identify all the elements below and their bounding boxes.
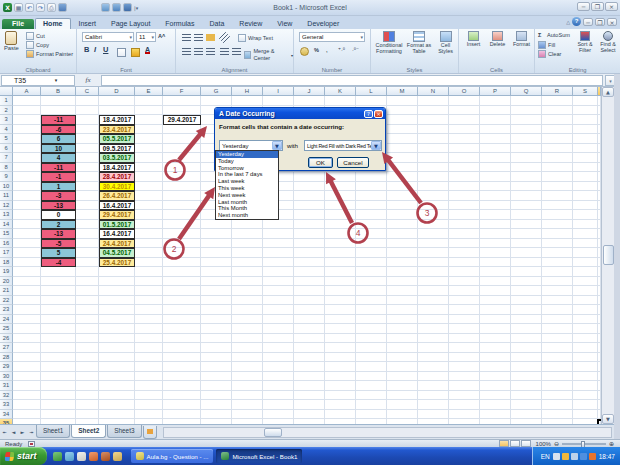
dropdown-item-today[interactable]: Today xyxy=(216,158,278,165)
cell-K19[interactable] xyxy=(325,267,356,277)
page-layout-view-icon[interactable] xyxy=(510,440,520,447)
cell-M27[interactable] xyxy=(387,343,418,353)
cell-B20[interactable] xyxy=(41,277,76,287)
cell-Q8[interactable] xyxy=(511,163,542,173)
cell-K30[interactable] xyxy=(325,372,356,382)
cell-O27[interactable] xyxy=(449,343,480,353)
cell-A21[interactable] xyxy=(13,286,41,296)
cell-D1[interactable] xyxy=(99,96,135,106)
cell-F23[interactable] xyxy=(163,305,201,315)
cell-L33[interactable] xyxy=(356,400,387,410)
cell-R18[interactable] xyxy=(542,258,573,268)
cell-K25[interactable] xyxy=(325,324,356,334)
cell-N8[interactable] xyxy=(418,163,449,173)
cell-Q1[interactable] xyxy=(511,96,542,106)
fill-color-icon[interactable] xyxy=(131,48,140,57)
cell-Q29[interactable] xyxy=(511,362,542,372)
find-select-button[interactable]: Find & Select xyxy=(597,31,619,53)
cell-D19[interactable] xyxy=(99,267,135,277)
cell-S26[interactable] xyxy=(573,334,598,344)
cell-R29[interactable] xyxy=(542,362,573,372)
column-header-S[interactable]: S xyxy=(573,87,598,96)
cell-K20[interactable] xyxy=(325,277,356,287)
cell-S31[interactable] xyxy=(573,381,598,391)
cell-C12[interactable] xyxy=(76,201,99,211)
cell-J29[interactable] xyxy=(294,362,325,372)
cell-A19[interactable] xyxy=(13,267,41,277)
cell-N3[interactable] xyxy=(418,115,449,125)
cell-G27[interactable] xyxy=(201,343,232,353)
tab-home[interactable]: Home xyxy=(35,18,70,29)
cell-B28[interactable] xyxy=(41,353,76,363)
cell-H33[interactable] xyxy=(232,400,263,410)
align-left-icon[interactable] xyxy=(182,48,191,55)
cell-B23[interactable] xyxy=(41,305,76,315)
cell-I22[interactable] xyxy=(263,296,294,306)
column-header-A[interactable]: A xyxy=(13,87,41,96)
cell-M7[interactable] xyxy=(387,153,418,163)
cell-D2[interactable] xyxy=(99,106,135,116)
cell-D27[interactable] xyxy=(99,343,135,353)
cell-K27[interactable] xyxy=(325,343,356,353)
row-header-15[interactable]: 15 xyxy=(0,229,13,239)
next-sheet-icon[interactable]: ► xyxy=(18,427,27,438)
align-center-icon[interactable] xyxy=(194,48,203,55)
format-style-combo[interactable]: Light Red Fill with Dark Red Text▼ xyxy=(304,140,382,151)
cell-E14[interactable] xyxy=(135,220,163,230)
cell-A18[interactable] xyxy=(13,258,41,268)
cell-L1[interactable] xyxy=(356,96,387,106)
cell-D21[interactable] xyxy=(99,286,135,296)
cell-O21[interactable] xyxy=(449,286,480,296)
cell-N9[interactable] xyxy=(418,172,449,182)
cell-B33[interactable] xyxy=(41,400,76,410)
cell-H22[interactable] xyxy=(232,296,263,306)
cell-A27[interactable] xyxy=(13,343,41,353)
cell-J24[interactable] xyxy=(294,315,325,325)
horizontal-scrollbar[interactable] xyxy=(163,427,613,438)
cell-I23[interactable] xyxy=(263,305,294,315)
cell-C23[interactable] xyxy=(76,305,99,315)
cell-B19[interactable] xyxy=(41,267,76,277)
insert-cells-button[interactable]: Insert xyxy=(462,31,485,47)
cell-J16[interactable] xyxy=(294,239,325,249)
cell-J32[interactable] xyxy=(294,391,325,401)
dialog-help-icon[interactable]: ? xyxy=(364,110,373,118)
cell-S29[interactable] xyxy=(573,362,598,372)
comma-style-icon[interactable]: , xyxy=(326,47,328,54)
row-header-17[interactable]: 17 xyxy=(0,248,13,258)
cell-M23[interactable] xyxy=(387,305,418,315)
cell-E33[interactable] xyxy=(135,400,163,410)
row-header-4[interactable]: 4 xyxy=(0,125,13,135)
cell-A16[interactable] xyxy=(13,239,41,249)
cell-E2[interactable] xyxy=(135,106,163,116)
cell-S32[interactable] xyxy=(573,391,598,401)
cell-E26[interactable] xyxy=(135,334,163,344)
cell-P13[interactable] xyxy=(480,210,511,220)
row-header-22[interactable]: 22 xyxy=(0,296,13,306)
cell-G28[interactable] xyxy=(201,353,232,363)
column-header-R[interactable]: R xyxy=(542,87,573,96)
percent-style-icon[interactable]: % xyxy=(314,47,319,54)
cell-O14[interactable] xyxy=(449,220,480,230)
cancel-button[interactable]: Cancel xyxy=(337,157,369,168)
tray-language[interactable]: EN xyxy=(541,453,550,460)
cell-S28[interactable] xyxy=(573,353,598,363)
cell-F22[interactable] xyxy=(163,296,201,306)
cell-S22[interactable] xyxy=(573,296,598,306)
cell-C1[interactable] xyxy=(76,96,99,106)
cell-H19[interactable] xyxy=(232,267,263,277)
row-header-3[interactable]: 3 xyxy=(0,115,13,125)
cell-S3[interactable] xyxy=(573,115,598,125)
cell-R11[interactable] xyxy=(542,191,573,201)
cell-I14[interactable] xyxy=(263,220,294,230)
cell-L12[interactable] xyxy=(356,201,387,211)
cell-M21[interactable] xyxy=(387,286,418,296)
cell-O31[interactable] xyxy=(449,381,480,391)
row-header-10[interactable]: 10 xyxy=(0,182,13,192)
row-header-19[interactable]: 19 xyxy=(0,267,13,277)
cell-F12[interactable] xyxy=(163,201,201,211)
cell-N31[interactable] xyxy=(418,381,449,391)
cell-F18[interactable] xyxy=(163,258,201,268)
cell-F5[interactable] xyxy=(163,134,201,144)
collapse-ribbon-icon[interactable]: △ xyxy=(566,19,570,25)
